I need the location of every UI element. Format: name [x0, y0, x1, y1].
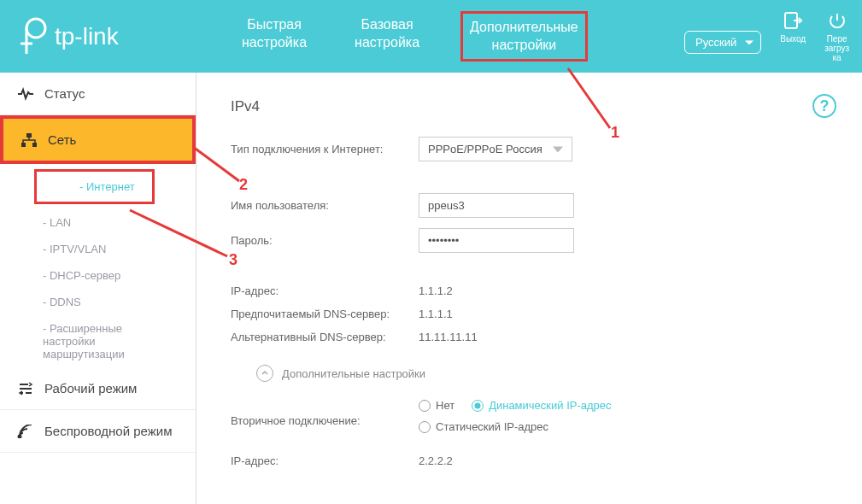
sidebar-item-wireless[interactable]: Беспроводной режим [0, 410, 196, 453]
row-conn-type: Тип подключения к Интернет: PPPoE/PPPoE … [231, 137, 828, 161]
logout-label: Выход [780, 34, 806, 44]
svg-point-0 [26, 19, 45, 38]
sidebar-sub-ddns[interactable]: - DDNS [0, 289, 196, 315]
row-username: Имя пользователя: [231, 193, 828, 218]
dns1-value: 1.1.1.1 [419, 308, 453, 320]
radio-static[interactable] [419, 421, 431, 433]
row-ip: IP-адрес: 1.1.1.2 [231, 284, 828, 297]
password-label: Пароль: [231, 234, 419, 247]
logout-icon [783, 10, 803, 31]
sidebar-sub-lan[interactable]: - LAN [0, 209, 196, 236]
svg-rect-2 [26, 133, 32, 138]
ip-value: 1.1.1.2 [419, 284, 453, 297]
sidebar-item-status[interactable]: Статус [0, 73, 196, 115]
password-input[interactable] [419, 228, 574, 253]
username-input[interactable] [419, 193, 574, 218]
status-icon [17, 87, 34, 101]
ip-label: IP-адрес: [231, 284, 419, 297]
brand-text: tp-link [55, 23, 119, 50]
sidebar-item-mode[interactable]: Рабочий режим [0, 367, 196, 410]
main-container: Статус Сеть - Интернет - LAN - IPTV/VLAN… [0, 73, 862, 504]
row-dns2: Альтернативный DNS-сервер: 11.11.11.11 [231, 331, 828, 343]
dns1-label: Предпочитаемый DNS-сервер: [231, 308, 419, 320]
tab-advanced-setup[interactable]: Дополнительные настройки [460, 11, 588, 62]
row-secondary-conn: Вторичное подключение: Нет Динамический … [231, 399, 828, 442]
dns2-value: 11.11.11.11 [419, 331, 478, 343]
wireless-icon [17, 425, 34, 438]
expand-advanced[interactable]: Дополнительные настройки [256, 365, 828, 382]
header-right: Русский Выход Пере загруз ка [684, 10, 849, 62]
header: tp-link Быстрая настройка Базовая настро… [0, 0, 862, 73]
section-title: IPv4 [231, 98, 828, 115]
annotation-2: 2 [239, 176, 248, 194]
sidebar-sub-iptv[interactable]: - IPTV/VLAN [0, 236, 196, 262]
secondary-label: Вторичное подключение: [231, 414, 419, 427]
sidebar-sub-dhcp[interactable]: - DHCP-сервер [0, 262, 196, 289]
radio-dynamic[interactable] [472, 400, 484, 412]
ip2-label: IP-адрес: [231, 454, 419, 467]
logo: tp-link [0, 16, 196, 57]
radio-dynamic-label: Динамический IP-адрес [489, 399, 611, 412]
svg-rect-4 [32, 143, 37, 147]
tab-quick-setup[interactable]: Быстрая настройка [235, 11, 314, 62]
sidebar: Статус Сеть - Интернет - LAN - IPTV/VLAN… [0, 73, 196, 504]
language-select[interactable]: Русский [684, 31, 761, 54]
svg-point-5 [19, 435, 21, 437]
network-icon [21, 133, 38, 147]
reboot-button[interactable]: Пере загруз ка [824, 10, 849, 62]
sidebar-sub-internet[interactable]: - Интернет [34, 169, 155, 204]
tplink-logo-icon [17, 16, 48, 57]
mode-label: Рабочий режим [44, 381, 137, 396]
username-label: Имя пользователя: [231, 199, 419, 212]
svg-rect-3 [21, 143, 26, 147]
network-label: Сеть [48, 132, 76, 147]
ip2-value: 2.2.2.2 [419, 454, 453, 467]
radio-static-label: Статический IP-адрес [436, 420, 548, 433]
mode-icon [17, 382, 34, 396]
reboot-label: Пере загруз ка [824, 34, 849, 62]
nav-tabs: Быстрая настройка Базовая настройка Допо… [235, 11, 588, 62]
annotation-1: 1 [611, 124, 619, 142]
row-dns1: Предпочитаемый DNS-сервер: 1.1.1.1 [231, 308, 828, 320]
help-button[interactable]: ? [812, 94, 836, 118]
content-area: ? IPv4 Тип подключения к Интернет: PPPoE… [196, 73, 862, 504]
radio-none[interactable] [419, 400, 431, 412]
sidebar-item-network[interactable]: Сеть [0, 115, 196, 164]
tab-basic-setup[interactable]: Базовая настройка [348, 11, 426, 62]
row-password: Пароль: [231, 228, 828, 253]
sidebar-sub-routing[interactable]: - Расширенные настройки маршрутизации [0, 315, 196, 367]
conn-type-select[interactable]: PPPoE/PPPoE Россия [419, 137, 572, 161]
radio-none-label: Нет [436, 399, 454, 412]
row-ip2: IP-адрес: 2.2.2.2 [231, 454, 828, 467]
expand-icon [256, 365, 273, 382]
reboot-icon [827, 10, 847, 31]
dns2-label: Альтернативный DNS-сервер: [231, 331, 419, 343]
conn-type-label: Тип подключения к Интернет: [231, 143, 419, 155]
status-label: Статус [44, 86, 85, 101]
annotation-3: 3 [229, 251, 237, 269]
expand-label: Дополнительные настройки [282, 367, 425, 380]
logout-button[interactable]: Выход [780, 10, 806, 44]
wireless-label: Беспроводной режим [44, 424, 172, 438]
